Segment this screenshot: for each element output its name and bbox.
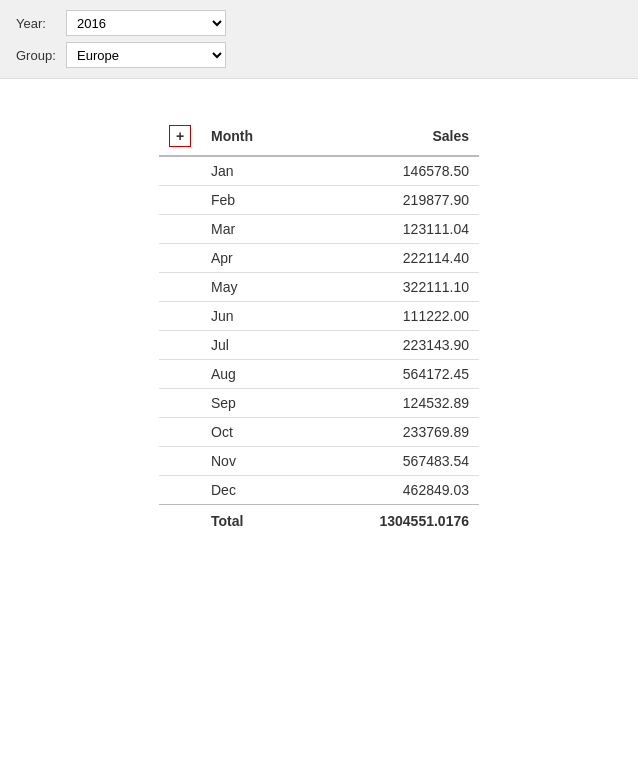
row-expand-cell	[159, 156, 201, 186]
total-label: Total	[201, 505, 301, 536]
row-month: Oct	[201, 418, 301, 447]
row-expand-cell	[159, 447, 201, 476]
table-header-row: + Month Sales	[159, 119, 479, 156]
row-month: Aug	[201, 360, 301, 389]
year-select[interactable]: 2016 2017 2018	[66, 10, 226, 36]
table-row: Sep 124532.89	[159, 389, 479, 418]
total-row: Total 1304551.0176	[159, 505, 479, 536]
row-sales: 146578.50	[301, 156, 479, 186]
row-month: May	[201, 273, 301, 302]
table-row: May 322111.10	[159, 273, 479, 302]
row-expand-cell	[159, 360, 201, 389]
row-expand-cell	[159, 186, 201, 215]
total-expand-cell	[159, 505, 201, 536]
row-sales: 123111.04	[301, 215, 479, 244]
row-sales: 322111.10	[301, 273, 479, 302]
sales-header: Sales	[301, 119, 479, 156]
filter-bar: Year: 2016 2017 2018 Group: Europe Ameri…	[0, 0, 638, 79]
row-month: Jun	[201, 302, 301, 331]
row-sales: 219877.90	[301, 186, 479, 215]
row-expand-cell	[159, 389, 201, 418]
row-month: Jan	[201, 156, 301, 186]
row-sales: 462849.03	[301, 476, 479, 505]
row-month: Jul	[201, 331, 301, 360]
table-row: Nov 567483.54	[159, 447, 479, 476]
table-row: Jun 111222.00	[159, 302, 479, 331]
row-sales: 564172.45	[301, 360, 479, 389]
row-expand-cell	[159, 215, 201, 244]
year-filter-row: Year: 2016 2017 2018	[16, 10, 622, 36]
row-sales: 223143.90	[301, 331, 479, 360]
group-select[interactable]: Europe Americas Asia	[66, 42, 226, 68]
table-row: Jan 146578.50	[159, 156, 479, 186]
table-row: Dec 462849.03	[159, 476, 479, 505]
row-month: Sep	[201, 389, 301, 418]
sales-table: + Month Sales Jan 146578.50 Feb 219877.9…	[159, 119, 479, 535]
row-sales: 567483.54	[301, 447, 479, 476]
row-expand-cell	[159, 331, 201, 360]
row-expand-cell	[159, 244, 201, 273]
row-expand-cell	[159, 273, 201, 302]
table-row: Mar 123111.04	[159, 215, 479, 244]
row-sales: 124532.89	[301, 389, 479, 418]
row-month: Feb	[201, 186, 301, 215]
row-month: Apr	[201, 244, 301, 273]
table-row: Jul 223143.90	[159, 331, 479, 360]
total-value: 1304551.0176	[301, 505, 479, 536]
expand-header: +	[159, 119, 201, 156]
year-label: Year:	[16, 16, 58, 31]
row-month: Dec	[201, 476, 301, 505]
row-expand-cell	[159, 302, 201, 331]
row-expand-cell	[159, 418, 201, 447]
table-row: Aug 564172.45	[159, 360, 479, 389]
month-header: Month	[201, 119, 301, 156]
table-row: Apr 222114.40	[159, 244, 479, 273]
table-row: Oct 233769.89	[159, 418, 479, 447]
row-month: Nov	[201, 447, 301, 476]
row-sales: 111222.00	[301, 302, 479, 331]
group-filter-row: Group: Europe Americas Asia	[16, 42, 622, 68]
content-area: + Month Sales Jan 146578.50 Feb 219877.9…	[0, 79, 638, 555]
group-label: Group:	[16, 48, 58, 63]
row-month: Mar	[201, 215, 301, 244]
row-sales: 222114.40	[301, 244, 479, 273]
expand-icon[interactable]: +	[169, 125, 191, 147]
table-row: Feb 219877.90	[159, 186, 479, 215]
row-sales: 233769.89	[301, 418, 479, 447]
row-expand-cell	[159, 476, 201, 505]
